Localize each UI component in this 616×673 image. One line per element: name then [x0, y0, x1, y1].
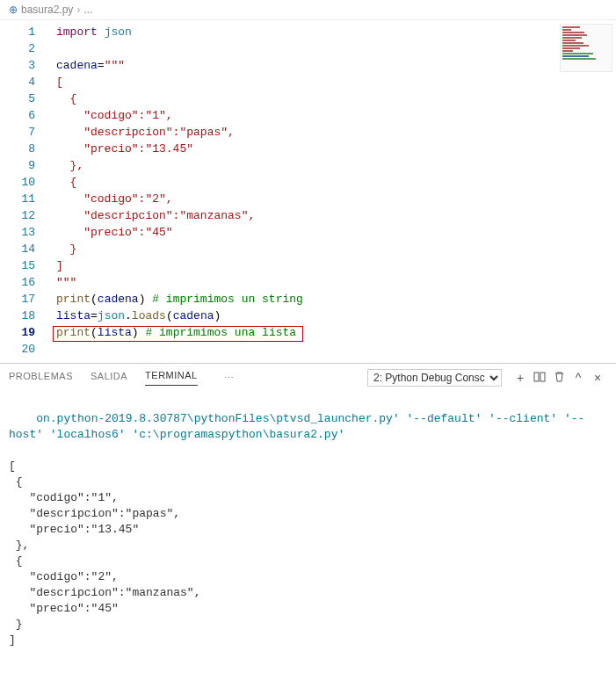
panel-tab-bar: PROBLEMAS SALIDA TERMINAL ⋯ 2: Python De…	[0, 364, 616, 387]
line-number: 4	[4, 74, 35, 90]
svg-rect-1	[540, 373, 545, 381]
code-line[interactable]	[44, 341, 616, 358]
terminal-content[interactable]: on.python-2019.8.30787\pythonFiles\ptvsd…	[0, 387, 616, 673]
close-panel-icon[interactable]: ×	[588, 371, 607, 385]
code-line[interactable]: [	[44, 74, 616, 90]
tab-terminal[interactable]: TERMINAL	[145, 370, 198, 386]
line-number: 18	[4, 308, 35, 324]
add-terminal-icon[interactable]: +	[511, 371, 530, 385]
code-line[interactable]: ]	[44, 257, 616, 274]
code-line[interactable]: import json	[44, 24, 616, 40]
breadcrumb-file[interactable]: basura2.py	[21, 4, 73, 16]
line-number: 20	[4, 341, 35, 358]
terminal-output-body: [ { "codigo":"1", "descripcion":"papas",…	[9, 460, 200, 647]
tab-problemas[interactable]: PROBLEMAS	[9, 371, 73, 386]
line-number: 14	[4, 241, 35, 257]
line-number: 8	[4, 141, 35, 157]
terminal-selector[interactable]: 2: Python Debug Consc	[367, 369, 502, 387]
code-line[interactable]: "precio":"45"	[44, 224, 616, 241]
code-line[interactable]: "codigo":"1",	[44, 107, 616, 124]
line-number: 16	[4, 274, 35, 291]
code-line[interactable]: },	[44, 157, 616, 174]
trash-icon[interactable]	[549, 371, 569, 385]
tab-salida[interactable]: SALIDA	[91, 371, 127, 386]
more-icon[interactable]: ⋯	[224, 373, 234, 384]
svg-rect-0	[534, 373, 539, 381]
line-number: 7	[4, 124, 35, 141]
line-number: 6	[4, 107, 35, 124]
line-number: 13	[4, 224, 35, 241]
line-number: 11	[4, 191, 35, 207]
code-line[interactable]: lista=json.loads(cadena)	[44, 308, 616, 324]
split-terminal-icon[interactable]	[530, 371, 549, 386]
code-content[interactable]: import json cadena="""[ { "codigo":"1", …	[44, 20, 616, 363]
terminal-command: on.python-2019.8.30787\pythonFiles\ptvsd…	[9, 412, 584, 441]
line-number: 10	[4, 174, 35, 191]
line-number: 3	[4, 57, 35, 74]
code-line[interactable]: "descripcion":"manzanas",	[44, 207, 616, 224]
line-number: 1	[4, 24, 35, 40]
line-number-gutter: 1234567891011121314151617181920	[0, 20, 44, 363]
code-line[interactable]: cadena="""	[44, 57, 616, 74]
code-line[interactable]: }	[44, 241, 616, 257]
line-number: 15	[4, 257, 35, 274]
breadcrumb-tail: ...	[83, 4, 92, 16]
code-editor[interactable]: 1234567891011121314151617181920 import j…	[0, 20, 616, 363]
bottom-panel: PROBLEMAS SALIDA TERMINAL ⋯ 2: Python De…	[0, 363, 616, 673]
code-line[interactable]: "descripcion":"papas",	[44, 124, 616, 141]
minimap[interactable]	[560, 24, 612, 72]
code-line[interactable]: {	[44, 90, 616, 107]
code-line[interactable]	[44, 40, 616, 57]
line-number: 5	[4, 90, 35, 107]
line-number: 17	[4, 291, 35, 308]
code-line[interactable]: print(cadena) # imprimimos un string	[44, 291, 616, 308]
chevron-right-icon: ›	[76, 4, 80, 16]
line-number: 9	[4, 157, 35, 174]
code-line[interactable]: print(lista) # imprimimos una lista	[44, 324, 616, 341]
code-line[interactable]: "precio":"13.45"	[44, 141, 616, 157]
line-number: 2	[4, 40, 35, 57]
chevron-up-icon[interactable]: ^	[569, 371, 588, 385]
line-number: 12	[4, 207, 35, 224]
python-file-icon: ⊕	[9, 4, 18, 16]
line-number: 19	[4, 324, 35, 341]
code-line[interactable]: {	[44, 174, 616, 191]
breadcrumb: ⊕ basura2.py › ...	[0, 0, 616, 20]
code-line[interactable]: """	[44, 274, 616, 291]
code-line[interactable]: "codigo":"2",	[44, 191, 616, 207]
